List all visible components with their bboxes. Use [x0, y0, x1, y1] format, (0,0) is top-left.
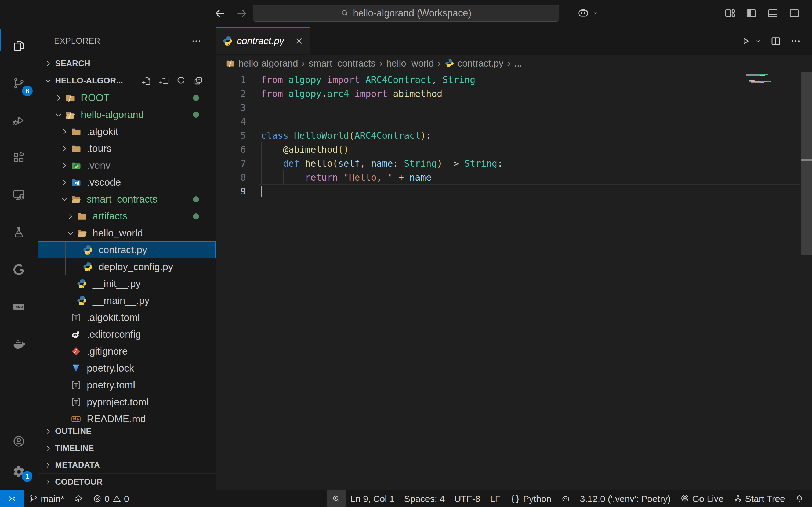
tree-item-deploy-config-py[interactable]: deploy_config.py [38, 258, 216, 275]
status-eol[interactable]: LF [485, 490, 506, 507]
status-part-label: Python [523, 494, 552, 504]
customize-layout-icon[interactable] [724, 7, 736, 19]
tree-item-poetry-lock[interactable]: poetry.lock [38, 360, 216, 377]
file-tree: ROOThello-algorand.algokit.tours.venv.vs… [38, 89, 216, 423]
tree-item--venv[interactable]: .venv [38, 157, 216, 174]
section-codetour[interactable]: CODETOUR [38, 473, 216, 490]
activity-item-dotenv[interactable]: .ENV [0, 288, 38, 325]
collapse-all-icon[interactable] [193, 76, 203, 86]
status-label: main* [41, 494, 64, 504]
split-editor-icon[interactable] [770, 36, 781, 47]
activity-item-remote-explorer[interactable] [0, 176, 38, 214]
close-icon[interactable] [295, 37, 304, 46]
activity-item-run-and-debug[interactable] [0, 102, 38, 139]
activity-item-docker[interactable] [0, 325, 38, 363]
status-notifications[interactable] [790, 490, 809, 507]
layout-panel-icon[interactable] [767, 7, 779, 19]
folder-icon [70, 126, 81, 137]
status-problems[interactable]: 00 [88, 490, 134, 507]
new-folder-icon[interactable] [159, 76, 169, 86]
tree-item--tours[interactable]: .tours [38, 140, 216, 157]
status-zoom-indicator[interactable] [327, 490, 346, 507]
tree-item-contract-py[interactable]: contract.py [38, 241, 216, 258]
tree-item--main-py[interactable]: __main__.py [38, 292, 216, 309]
algokit-icon [12, 263, 26, 276]
command-center[interactable]: hello-algorand (Workspace) [253, 5, 559, 22]
section-timeline[interactable]: TIMELINE [38, 440, 216, 457]
line-number: 9 [216, 184, 246, 198]
status-go-live[interactable]: Go Live [675, 490, 728, 507]
status-python-interpreter[interactable]: 3.12.0 ('.venv': Poetry) [575, 490, 675, 507]
search-icon [341, 9, 349, 17]
activity-item-source-control[interactable]: 6 [0, 64, 38, 102]
breadcrumb-item-hello-algorand[interactable]: hello-algorand [225, 58, 298, 69]
status-start-tree[interactable]: Start Tree [728, 490, 790, 507]
breadcrumb-item--[interactable]: ... [514, 58, 522, 69]
tree-item--gitignore[interactable]: .gitignore [38, 343, 216, 360]
ellipsis-icon[interactable] [790, 36, 801, 47]
code-editor[interactable]: 123456789 from algopy import ARC4Contrac… [216, 72, 812, 490]
tree-item--vscode[interactable]: .vscode [38, 174, 216, 191]
activity-item-accounts[interactable] [0, 426, 37, 457]
forward-icon[interactable] [236, 7, 248, 19]
activity-item-algokit[interactable] [0, 251, 38, 288]
status-branch[interactable]: main* [24, 490, 69, 507]
status-label: Go Live [692, 494, 724, 504]
refresh-icon[interactable] [176, 76, 186, 86]
tree-item-smart-contracts[interactable]: smart_contracts [38, 191, 216, 208]
sidebar-bottom-sections: OUTLINETIMELINEMETADATACODETOUR [38, 423, 216, 490]
chevron-separator: › [438, 58, 441, 69]
tree-item-artifacts[interactable]: artifacts [38, 208, 216, 225]
remote-explorer-icon [12, 188, 26, 202]
status-publish[interactable] [69, 490, 88, 507]
section-search[interactable]: SEARCH [38, 55, 216, 72]
status-copilot[interactable] [556, 490, 575, 507]
status-part: 0 [104, 494, 110, 504]
tab-contract-py[interactable]: contract.py [216, 27, 310, 54]
tree-item--editorconfig[interactable]: .editorconfig [38, 326, 216, 343]
tree-item-hello-world[interactable]: hello_world [38, 225, 216, 241]
tree-item-hello-algorand[interactable]: hello-algorand [38, 106, 216, 123]
activity-item-testing[interactable] [0, 214, 38, 251]
tree-item--algokit[interactable]: .algokit [38, 123, 216, 140]
section-workspace[interactable]: HELLO-ALGOR... [38, 72, 216, 89]
tree-item-root[interactable]: ROOT [38, 89, 216, 106]
play-icon[interactable] [740, 36, 751, 47]
section-outline[interactable]: OUTLINE [38, 423, 216, 440]
explorer-sidebar: EXPLORER SEARCH HELLO-ALGOR... ROOThello… [38, 27, 216, 490]
tree-item--algokit-toml[interactable]: .algokit.toml [38, 309, 216, 326]
toml-icon [70, 312, 81, 323]
tree-item--init-py[interactable]: __init__.py [38, 275, 216, 292]
tree-item-readme-md[interactable]: README.md [38, 410, 216, 423]
new-file-icon[interactable] [142, 76, 152, 86]
breadcrumb-item-hello-world[interactable]: hello_world [387, 58, 434, 69]
folder-icon [70, 143, 81, 154]
status-language-mode[interactable]: {}Python [505, 490, 556, 507]
scrollbar-slider[interactable] [801, 72, 812, 255]
more-actions-icon[interactable] [191, 36, 202, 46]
status-remote[interactable] [0, 490, 24, 507]
status-indentation[interactable]: Spaces: 4 [399, 490, 450, 507]
activity-item-settings[interactable]: 1 [0, 457, 37, 487]
breadcrumb-item-contract-py[interactable]: contract.py [445, 58, 503, 69]
minimap[interactable] [747, 74, 798, 95]
chevron-right-icon [44, 461, 52, 469]
folder-root-icon [225, 58, 235, 68]
status-cursor-position[interactable]: Ln 9, Col 1 [346, 490, 399, 507]
section-metadata[interactable]: METADATA [38, 457, 216, 473]
tree-item-label: poetry.toml [87, 380, 135, 391]
tree-item-poetry-toml[interactable]: poetry.toml [38, 377, 216, 394]
back-icon[interactable] [214, 7, 226, 19]
chevron-down-small-icon[interactable] [754, 37, 762, 45]
layout-sidebar-right-icon[interactable] [789, 7, 800, 19]
status-encoding[interactable]: UTF-8 [450, 490, 485, 507]
activity-item-explorer[interactable] [0, 27, 38, 64]
copilot-menu[interactable] [577, 6, 599, 19]
activity-item-extensions[interactable] [0, 139, 38, 176]
minimap-line [760, 75, 764, 76]
layout-sidebar-icon[interactable] [746, 7, 757, 19]
tree-item-pyproject-toml[interactable]: pyproject.toml [38, 394, 216, 410]
toml-icon [70, 397, 81, 407]
breadcrumb-item-smart-contracts[interactable]: smart_contracts [309, 58, 376, 69]
folder-root-icon [65, 93, 75, 103]
